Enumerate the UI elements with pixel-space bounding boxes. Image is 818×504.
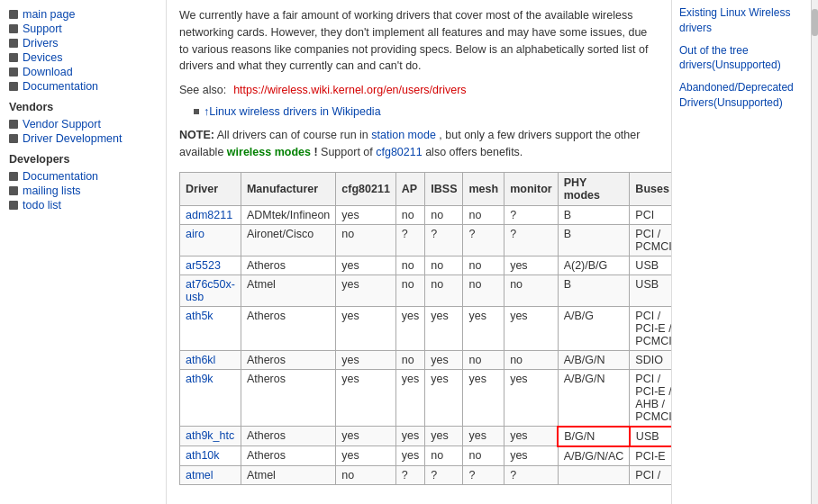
bullet-icon [9, 201, 18, 210]
cell: yes [425, 427, 463, 446]
intro-paragraph: We currently have a fair amount of worki… [179, 7, 659, 75]
cell: A/B/G/N [558, 369, 630, 427]
cell: ? [395, 465, 424, 484]
sidebar-link-driver-dev[interactable]: Driver Development [23, 132, 122, 145]
wireless-modes-link[interactable]: wireless modes [227, 146, 311, 158]
cell: PCI /PCMCIA [630, 224, 671, 256]
wikipedia-link-item[interactable]: ↑Linux wireless drivers in Wikipedia [179, 105, 659, 118]
cell-buses-highlighted: USB [630, 427, 671, 446]
cell: Atmel [241, 465, 335, 484]
scrollbar[interactable] [811, 0, 818, 504]
cell: yes [504, 369, 559, 427]
driver-link-adm8211[interactable]: adm8211 [186, 209, 232, 221]
bullet-icon [9, 39, 18, 48]
driver-link-ath9k[interactable]: ath9k [186, 373, 214, 385]
driver-link-ath5k[interactable]: ath5k [186, 310, 214, 322]
cell: yes [504, 446, 559, 466]
driver-link-at76c50x[interactable]: at76c50x-usb [186, 278, 235, 303]
sidebar-item-mailing-lists[interactable]: mailing lists [9, 184, 157, 198]
note-body-text: All drivers can of course run in [217, 129, 372, 141]
driver-link-ath10k[interactable]: ath10k [186, 449, 220, 462]
sidebar-item-download[interactable]: Download [9, 65, 157, 79]
cell: no [425, 256, 463, 274]
cell: no [395, 256, 424, 274]
driver-link-airo[interactable]: airo [186, 228, 204, 240]
bullet-icon [9, 82, 18, 91]
table-row: ath6kl Atheros yes no yes no no A/B/G/N … [180, 350, 672, 369]
sidebar-link-dev-docs[interactable]: Documentation [23, 170, 98, 183]
right-sidebar: Existing Linux Wireless drivers Out of t… [671, 0, 811, 504]
cell: Atheros [241, 427, 335, 446]
sidebar-item-documentation[interactable]: Documentation [9, 79, 157, 94]
driver-link-ar5523[interactable]: ar5523 [186, 259, 221, 272]
vendors-section-title: Vendors [9, 101, 157, 113]
sidebar-link-todo-list[interactable]: todo list [23, 199, 61, 212]
cell: yes [336, 350, 396, 369]
cell: yes [463, 306, 504, 350]
cell: B [558, 205, 630, 224]
cell: no [395, 205, 424, 224]
cell: no [336, 465, 396, 484]
note-bold-label: NOTE: [179, 129, 214, 141]
bullet-icon [9, 134, 18, 143]
table-row: at76c50x-usb Atmel yes no no no no B USB [180, 274, 672, 306]
sidebar-item-devices[interactable]: Devices [9, 50, 157, 65]
right-link-abandoned[interactable]: Abandoned/Deprecated Drivers(Unsupported… [679, 80, 804, 111]
cell: yes [395, 446, 424, 466]
sidebar-link-mailing-lists[interactable]: mailing lists [23, 184, 81, 197]
main-content: We currently have a fair amount of worki… [167, 0, 671, 504]
right-link-outtree[interactable]: Out of the tree drivers(Unsupported) [679, 43, 804, 74]
cell: PCI / [630, 465, 671, 484]
table-row: ar5523 Atheros yes no no no yes A(2)/B/G… [180, 256, 672, 274]
cell: no [463, 350, 504, 369]
sidebar-item-driver-dev[interactable]: Driver Development [9, 131, 157, 146]
sidebar-link-documentation[interactable]: Documentation [23, 80, 98, 93]
col-header-mesh: mesh [463, 172, 504, 205]
cell: yes [336, 205, 396, 224]
bullet-icon [9, 24, 18, 33]
wikipedia-link[interactable]: ↑Linux wireless drivers in Wikipedia [204, 105, 381, 118]
see-also-section: See also: https://wireless.wiki.kernel.o… [179, 84, 659, 96]
cell: ? [463, 224, 504, 256]
cell: ? [504, 465, 559, 484]
cell: USB [630, 274, 671, 306]
cell: yes [425, 306, 463, 350]
sidebar-link-support[interactable]: Support [23, 22, 62, 35]
cell: A/B/G [558, 306, 630, 350]
sidebar-item-dev-docs[interactable]: Documentation [9, 169, 157, 184]
driver-link-ath6kl[interactable]: ath6kl [186, 354, 215, 366]
sidebar-link-vendor-support[interactable]: Vendor Support [23, 118, 101, 130]
sidebar-item-support[interactable]: Support [9, 22, 157, 36]
cell: SDIO [630, 350, 671, 369]
sidebar-link-mainpage[interactable]: main page [23, 8, 75, 21]
bullet-icon [9, 53, 18, 62]
station-mode-link[interactable]: station mode [371, 129, 436, 141]
driver-link-ath9k-htc[interactable]: ath9k_htc [186, 429, 234, 442]
right-link-existing[interactable]: Existing Linux Wireless drivers [679, 5, 804, 36]
table-row: ath5k Atheros yes yes yes yes yes A/B/G … [180, 306, 672, 350]
sidebar-link-drivers[interactable]: Drivers [23, 37, 59, 50]
cell: PCI /PCI-E /AHB /PCMCIA [630, 369, 671, 427]
cfg80211-link[interactable]: cfg80211 [376, 146, 422, 158]
sidebar-item-mainpage[interactable]: main page [9, 7, 157, 22]
cell: no [425, 274, 463, 306]
cell: ? [504, 224, 559, 256]
see-also-url[interactable]: https://wireless.wiki.kernel.org/en/user… [233, 84, 466, 96]
bullet-icon [9, 10, 18, 19]
developers-section-title: Developers [9, 153, 157, 166]
cell: yes [463, 427, 504, 446]
cell: Atmel [241, 274, 335, 306]
table-row: ath9k Atheros yes yes yes yes yes A/B/G/… [180, 369, 672, 427]
cell: Atheros [241, 306, 335, 350]
scrollbar-thumb[interactable] [812, 9, 818, 36]
cell: yes [336, 427, 396, 446]
sidebar-item-todo-list[interactable]: todo list [9, 198, 157, 212]
driver-link-atmel[interactable]: atmel [186, 469, 214, 482]
sidebar-link-download[interactable]: Download [23, 66, 73, 78]
cell: no [395, 274, 424, 306]
sidebar-item-drivers[interactable]: Drivers [9, 36, 157, 50]
cell: ? [395, 224, 424, 256]
sidebar-item-vendor-support[interactable]: Vendor Support [9, 117, 157, 131]
col-header-ap: AP [395, 172, 424, 205]
sidebar-link-devices[interactable]: Devices [23, 51, 62, 64]
